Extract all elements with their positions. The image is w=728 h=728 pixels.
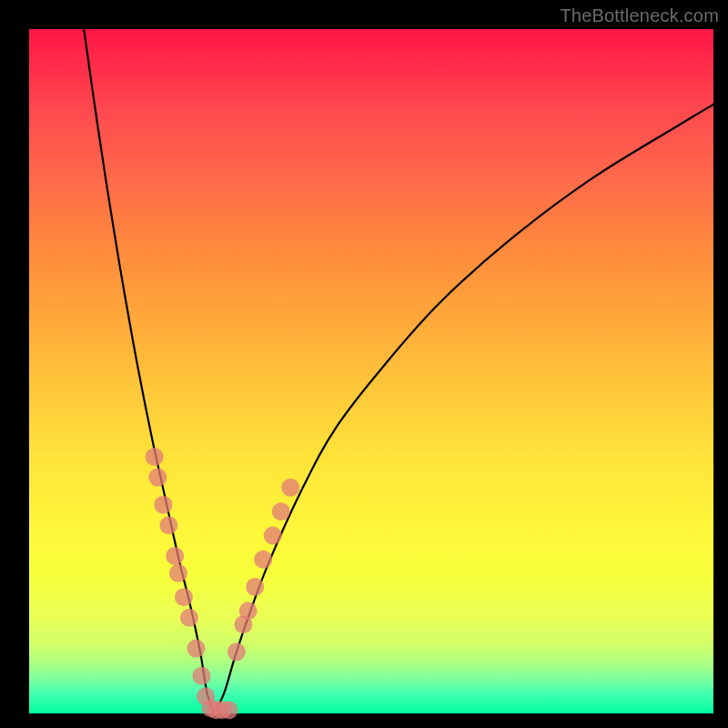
chart-stage: TheBottleneck.com: [0, 0, 728, 728]
curve-svg: [29, 29, 713, 713]
sample-dot: [169, 564, 187, 582]
sample-dot: [254, 551, 272, 569]
sample-dot: [159, 516, 177, 534]
curve-right-arm: [214, 105, 713, 713]
sample-dot: [175, 588, 193, 606]
watermark-text: TheBottleneck.com: [560, 5, 719, 26]
sample-dot: [264, 526, 282, 544]
sample-dot: [246, 578, 264, 596]
plot-area: [29, 29, 713, 713]
sample-dots: [146, 448, 300, 719]
sample-dot: [146, 448, 164, 466]
sample-dot: [166, 547, 184, 565]
sample-dot: [193, 667, 211, 685]
sample-dot: [154, 496, 172, 514]
sample-dot: [272, 502, 290, 521]
sample-dot: [228, 642, 246, 661]
sample-dot: [281, 479, 299, 497]
sample-dot: [180, 609, 198, 627]
sample-dot: [148, 469, 167, 487]
sample-dot: [220, 701, 238, 719]
sample-dot: [239, 602, 258, 620]
sample-dot: [187, 640, 205, 658]
